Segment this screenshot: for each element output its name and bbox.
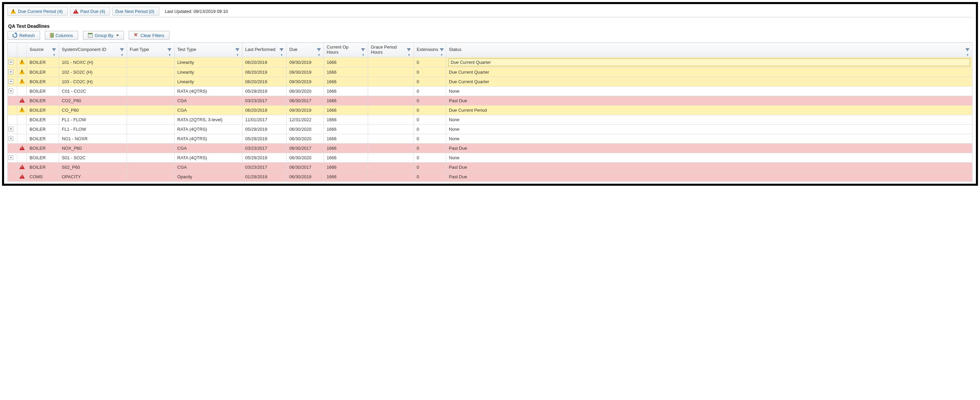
op-hours-cell: 1666 (324, 105, 368, 115)
table-row[interactable]: BOILERNOX_P60CGA03/23/201706/30/20171666… (8, 143, 972, 153)
section-title: QA Test Deadlines (8, 24, 972, 29)
refresh-icon (13, 33, 18, 38)
warning-icon (19, 107, 25, 112)
expand-icon[interactable]: + (8, 127, 13, 131)
column-header-label: Source (30, 47, 43, 52)
filter-icon[interactable] (235, 48, 239, 51)
tab-label: Past Due (4) (81, 9, 105, 14)
table-row[interactable]: BOILERFL1 - FLOWRATA (2QTRS, 3-level)11/… (8, 115, 972, 124)
expand-cell[interactable]: + (8, 57, 18, 67)
top-tab[interactable]: Due Current Period (4) (8, 7, 68, 16)
expand-cell[interactable]: + (8, 153, 18, 162)
table-row[interactable]: COMSOPACITYOpacity01/29/201906/30/201916… (8, 172, 972, 181)
status-cell: Past Due (446, 162, 972, 172)
columns-button[interactable]: Columns (45, 31, 78, 40)
clear-filters-icon (134, 33, 138, 38)
table-row[interactable]: BOILERCO_P60CGA06/20/201909/30/201916660… (8, 105, 972, 115)
test-type-cell: CGA (175, 162, 242, 172)
filter-icon[interactable] (966, 48, 969, 51)
column-header-last[interactable]: Last Performed (242, 43, 286, 57)
grace-period-cell (368, 96, 414, 105)
last-performed-cell: 03/23/2017 (242, 162, 286, 172)
table-row[interactable]: +BOILER101 - NOXC (H)Linearity06/20/2019… (8, 57, 972, 67)
top-tab-bar: Due Current Period (4)Past Due (4)Due Ne… (8, 7, 972, 18)
filter-icon[interactable] (280, 48, 283, 51)
expand-icon[interactable]: + (8, 70, 13, 74)
table-row[interactable]: +BOILERC01 - CO2CRATA (4QTRS)05/29/20190… (8, 86, 972, 96)
chevron-down-icon (116, 35, 119, 36)
column-header-grace[interactable]: Grace Period Hours (368, 43, 414, 57)
clear-filters-button[interactable]: Clear Filters (129, 31, 169, 40)
filter-icon[interactable] (167, 48, 172, 51)
expand-cell[interactable]: + (8, 124, 18, 134)
expand-icon[interactable]: + (8, 60, 13, 65)
column-header-status[interactable]: Status (446, 43, 972, 57)
table-row[interactable]: +BOILER102 - SO2C (H)Linearity06/20/2019… (8, 67, 972, 77)
column-header-label: Grace Period Hours (371, 45, 406, 55)
table-row[interactable]: BOILERCO2_P60CGA03/23/201706/30/20171666… (8, 96, 972, 105)
refresh-button[interactable]: Refresh (8, 31, 40, 40)
due-cell: 09/30/2019 (286, 57, 324, 67)
top-tab[interactable]: Due Next Period (0) (112, 7, 159, 16)
top-tab[interactable]: Past Due (4) (70, 7, 110, 16)
status-icon-cell (18, 86, 27, 96)
table-row[interactable]: +BOILER103 - CO2C (H)Linearity06/20/2019… (8, 77, 972, 86)
system-cell: 101 - NOXC (H) (59, 57, 127, 67)
status-icon-cell (18, 96, 27, 105)
column-header-test[interactable]: Test Type (175, 43, 242, 57)
filter-icon[interactable] (52, 48, 56, 51)
filter-icon[interactable] (440, 48, 444, 51)
system-cell: FL1 - FLOW (59, 115, 127, 124)
fuel-cell (127, 134, 175, 143)
expand-cell (8, 115, 18, 124)
table-row[interactable]: BOILERS02_P60CGA03/23/201706/30/20171666… (8, 162, 972, 172)
expand-cell[interactable]: + (8, 77, 18, 86)
column-header-icon (18, 43, 27, 57)
grace-period-cell (368, 57, 414, 67)
table-row[interactable]: +BOILERS01 - SO2CRATA (4QTRS)05/29/20190… (8, 153, 972, 162)
last-performed-cell: 06/20/2019 (242, 57, 286, 67)
status-icon-cell (18, 172, 27, 181)
expand-icon[interactable]: + (8, 89, 13, 93)
source-cell: BOILER (27, 153, 59, 162)
expand-cell[interactable]: + (8, 86, 18, 96)
filter-icon[interactable] (361, 48, 365, 51)
column-header-system[interactable]: System/Component ID (59, 43, 127, 57)
op-hours-cell: 1666 (324, 115, 368, 124)
column-header-op[interactable]: Current Op Hours (324, 43, 368, 57)
status-cell: Past Due (446, 96, 972, 105)
column-header-ext[interactable]: Extensions (414, 43, 446, 57)
extensions-cell: 0 (414, 172, 446, 181)
column-header-due[interactable]: Due (286, 43, 324, 57)
system-cell: CO_P60 (59, 105, 127, 115)
system-cell: OPACITY (59, 172, 127, 181)
table-row[interactable]: +BOILERFL1 - FLOWRATA (4QTRS)05/29/20190… (8, 124, 972, 134)
status-icon-cell (18, 143, 27, 153)
expand-cell[interactable]: + (8, 134, 18, 143)
expand-cell (8, 96, 18, 105)
expand-icon[interactable]: + (8, 79, 13, 84)
filter-icon[interactable] (317, 48, 321, 51)
expand-icon[interactable]: + (8, 155, 13, 160)
filter-icon[interactable] (407, 48, 411, 51)
expand-icon[interactable]: + (8, 136, 13, 141)
fuel-cell (127, 57, 175, 67)
grid-header: SourceSystem/Component IDFuel TypeTest T… (8, 43, 972, 57)
filter-icon[interactable] (120, 48, 124, 51)
grace-period-cell (368, 172, 414, 181)
source-cell: BOILER (27, 96, 59, 105)
extensions-cell: 0 (414, 86, 446, 96)
fuel-cell (127, 172, 175, 181)
due-cell: 12/31/2022 (286, 115, 324, 124)
op-hours-cell: 1666 (324, 162, 368, 172)
op-hours-cell: 1666 (324, 77, 368, 86)
column-header-fuel[interactable]: Fuel Type (127, 43, 175, 57)
fuel-cell (127, 67, 175, 77)
group-by-button[interactable]: Group By (83, 31, 124, 40)
table-row[interactable]: +BOILERNO1 - NOXRRATA (4QTRS)05/29/20190… (8, 134, 972, 143)
status-cell: Past Due (446, 143, 972, 153)
status-cell: None (446, 134, 972, 143)
column-header-source[interactable]: Source (27, 43, 59, 57)
expand-cell[interactable]: + (8, 67, 18, 77)
warning-icon (11, 9, 16, 14)
